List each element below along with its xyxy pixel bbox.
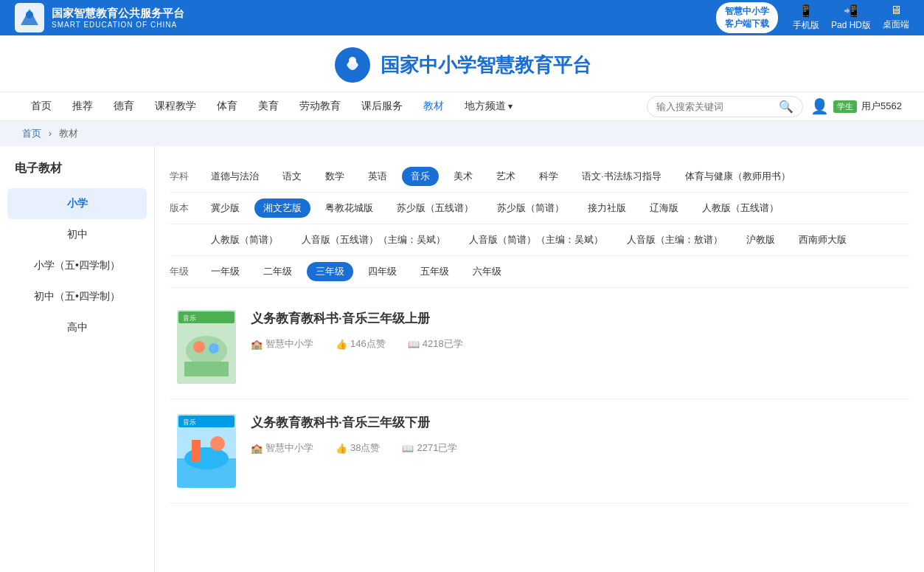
like-icon-1: 👍 — [336, 339, 347, 350]
filter-subject-science[interactable]: 科学 — [530, 167, 567, 186]
filter-grade-4[interactable]: 四年级 — [359, 262, 406, 281]
nav-pe[interactable]: 体育 — [208, 92, 246, 120]
tablet-link[interactable]: 📲 Pad HD版 — [831, 4, 871, 32]
filter-edition-renjiaoban-five[interactable]: 人教版（五线谱） — [693, 199, 788, 218]
svg-point-16 — [184, 447, 229, 469]
filter-edition-renjiaoban-simple[interactable]: 人教版（简谱） — [202, 230, 287, 249]
subject-filter-row: 学科 道德与法治 语文 数学 英语 音乐 美术 艺术 科学 语文·书法练习指导 … — [170, 161, 909, 193]
sidebar-item-primary-54[interactable]: 小学（五•四学制） — [0, 250, 154, 281]
filter-edition-renyinban-simple-wu[interactable]: 人音版（简谱）（主编：吴斌） — [460, 230, 612, 249]
book-info-2: 义务教育教科书·音乐三年级下册 🏫 智慧中小学 👍 38点赞 📖 2271 — [251, 414, 902, 455]
sidebar-item-middle-54[interactable]: 初中（五•四学制） — [0, 281, 154, 312]
filter-subject-pe[interactable]: 体育与健康（教师用书） — [676, 167, 799, 186]
filter-edition-jieli[interactable]: 接力社版 — [579, 199, 635, 218]
desktop-icon: 🖥 — [890, 4, 902, 17]
filter-grade-3[interactable]: 三年级 — [307, 262, 353, 281]
sidebar-item-high[interactable]: 高中 — [0, 312, 154, 343]
nav-labor[interactable]: 劳动教育 — [291, 92, 350, 120]
book-likes-2: 👍 38点赞 — [336, 441, 380, 455]
publisher-icon-2: 🏫 — [251, 443, 263, 454]
content-area: 学科 道德与法治 语文 数学 英语 音乐 美术 艺术 科学 语文·书法练习指导 … — [155, 146, 924, 572]
top-bar: 国家智慧教育公共服务平台 SMART EDUCATION OF CHINA 智慧… — [0, 0, 924, 35]
study-icon-1: 📖 — [408, 339, 420, 350]
site-logo: 国家中小学智慧教育平台 — [333, 46, 591, 84]
sidebar-item-middle[interactable]: 初中 — [0, 219, 154, 250]
nav-home[interactable]: 首页 — [22, 92, 60, 120]
grade-label: 年级 — [170, 265, 196, 278]
svg-text:音乐: 音乐 — [183, 418, 196, 426]
filter-subject-moral[interactable]: 道德与法治 — [202, 167, 268, 186]
filter-subject-art[interactable]: 美术 — [445, 167, 482, 186]
filter-grade-1[interactable]: 一年级 — [202, 262, 249, 281]
filter-grade-6[interactable]: 六年级 — [464, 262, 510, 281]
filter-subject-english[interactable]: 英语 — [359, 167, 396, 186]
svg-point-2 — [26, 11, 33, 18]
desktop-link[interactable]: 🖥 桌面端 — [883, 4, 909, 32]
username: 用户5562 — [861, 100, 902, 113]
breadcrumb-home[interactable]: 首页 — [22, 128, 41, 139]
filter-edition-jishao[interactable]: 冀少版 — [202, 199, 249, 218]
user-area: 👤 学生 用户5562 — [810, 97, 902, 115]
filter-edition-sushao-five[interactable]: 苏少版（五线谱） — [388, 199, 482, 218]
site-title: 国家中小学智慧教育平台 — [381, 52, 591, 78]
breadcrumb-sep: › — [49, 128, 52, 139]
book-title-1[interactable]: 义务教育教科书·音乐三年级上册 — [251, 310, 902, 327]
sidebar-item-primary[interactable]: 小学 — [7, 188, 147, 219]
nav-course[interactable]: 课程教学 — [146, 92, 205, 120]
nav-recommend[interactable]: 推荐 — [63, 92, 102, 120]
filter-grade-5[interactable]: 五年级 — [411, 262, 458, 281]
book-cover-svg-1: 音乐 — [177, 310, 236, 384]
top-bar-right: 智慧中小学 客户端下载 📱 手机版 📲 Pad HD版 🖥 桌面端 — [716, 2, 909, 33]
study-icon-2: 📖 — [402, 443, 414, 454]
phone-icon: 📱 — [799, 4, 813, 18]
book-meta-2: 🏫 智慧中小学 👍 38点赞 📖 2271已学 — [251, 441, 902, 455]
book-students-1: 📖 4218已学 — [408, 337, 463, 351]
filter-edition-xiangwen[interactable]: 湘文艺版 — [254, 199, 310, 218]
book-cover-2[interactable]: 音乐 — [177, 414, 236, 488]
site-logo-icon — [333, 46, 372, 84]
nav-moral[interactable]: 德育 — [105, 92, 143, 120]
nav-art[interactable]: 美育 — [249, 92, 288, 120]
filter-edition-liaohai[interactable]: 辽海版 — [641, 199, 687, 218]
filter-subject-arts[interactable]: 艺术 — [487, 167, 524, 186]
search-icon[interactable]: 🔍 — [779, 100, 793, 114]
edition-filter-row: 版本 冀少版 湘文艺版 粤教花城版 苏少版（五线谱） 苏少版（简谱） 接力社版 … — [170, 193, 909, 224]
filter-subject-math[interactable]: 数学 — [316, 167, 353, 186]
book-publisher-2: 🏫 智慧中小学 — [251, 441, 313, 455]
download-button[interactable]: 智慧中小学 客户端下载 — [716, 2, 778, 33]
book-title-2[interactable]: 义务教育教科书·音乐三年级下册 — [251, 414, 902, 431]
logo-icon — [15, 3, 44, 32]
subject-label: 学科 — [170, 170, 196, 183]
nav-textbook[interactable]: 教材 — [414, 92, 453, 120]
filter-edition-hu[interactable]: 沪教版 — [737, 230, 784, 249]
svg-rect-11 — [184, 362, 229, 376]
book-cover-svg-2: 音乐 — [177, 414, 236, 488]
filter-grade-2[interactable]: 二年级 — [254, 262, 301, 281]
main-nav: 首页 推荐 德育 课程教学 体育 美育 劳动教育 课后服务 教材 地方频道 🔍 … — [0, 92, 924, 121]
svg-text:音乐: 音乐 — [183, 314, 196, 322]
site-header: 国家中小学智慧教育平台 — [0, 35, 924, 92]
book-item-2: 音乐 义务教育教科书·音乐三年级下册 🏫 智慧中小学 — [170, 399, 909, 503]
filter-subject-chinese[interactable]: 语文 — [274, 167, 310, 186]
publisher-icon-1: 🏫 — [251, 339, 263, 350]
nav-items: 首页 推荐 德育 课程教学 体育 美育 劳动教育 课后服务 教材 地方频道 — [22, 92, 521, 120]
filter-edition-sushao-simple[interactable]: 苏少版（简谱） — [488, 199, 573, 218]
filter-subject-music[interactable]: 音乐 — [402, 167, 439, 186]
filter-edition-renyinban-ao[interactable]: 人音版（主编：敖谱） — [618, 230, 732, 249]
edition-label: 版本 — [170, 201, 196, 215]
nav-local[interactable]: 地方频道 — [456, 92, 521, 120]
filter-subject-calligraphy[interactable]: 语文·书法练习指导 — [573, 167, 670, 186]
site-logo-top: 国家智慧教育公共服务平台 SMART EDUCATION OF CHINA — [15, 3, 184, 32]
nav-afterschool[interactable]: 课后服务 — [352, 92, 411, 120]
filter-edition-xin-nanshi[interactable]: 西南师大版 — [790, 230, 855, 249]
user-icon: 👤 — [810, 97, 829, 115]
filter-edition-renyinban-five-wu[interactable]: 人音版（五线谱）（主编：吴斌） — [293, 230, 454, 249]
sidebar: 电子教材 小学 初中 小学（五•四学制） 初中（五•四学制） 高中 — [0, 146, 155, 572]
mobile-link[interactable]: 📱 手机版 — [793, 4, 819, 32]
filter-edition-yuejiao[interactable]: 粤教花城版 — [316, 199, 382, 218]
svg-point-4 — [349, 57, 356, 64]
search-input[interactable] — [656, 101, 774, 112]
user-badge: 学生 — [833, 100, 857, 113]
svg-point-10 — [209, 343, 219, 354]
book-cover-1[interactable]: 音乐 — [177, 310, 236, 384]
